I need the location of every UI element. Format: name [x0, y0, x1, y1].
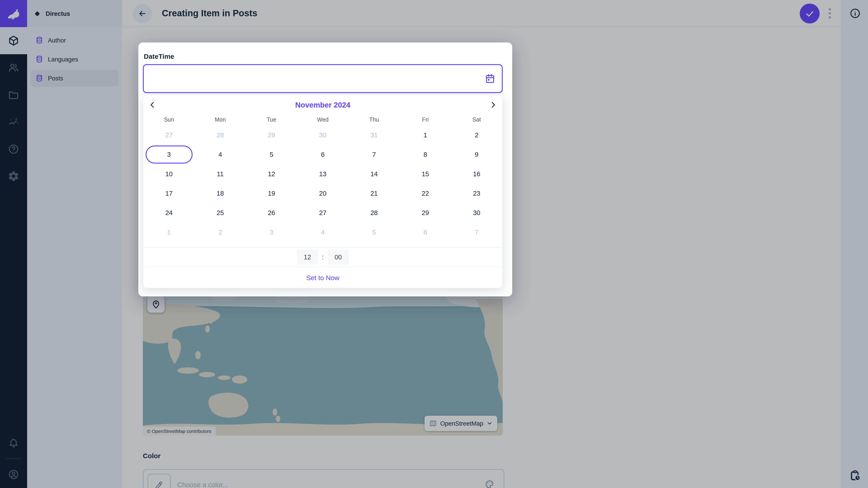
calendar-day[interactable]: 7: [451, 222, 502, 242]
calendar-dropdown: November 2024 SunMonTueWedThuFriSat 2728…: [143, 95, 503, 288]
calendar-day[interactable]: 18: [195, 184, 246, 203]
chevron-right-icon: [489, 101, 497, 109]
calendar-glyph: [485, 73, 495, 84]
calendar-day[interactable]: 13: [297, 164, 348, 184]
chevron-left-icon: [148, 101, 156, 109]
hour-input[interactable]: 12: [297, 250, 318, 265]
weekday-label: Sat: [451, 114, 502, 125]
weekday-label: Fri: [400, 114, 451, 125]
calendar-day[interactable]: 20: [297, 184, 348, 203]
next-month-button[interactable]: [484, 95, 502, 114]
calendar-day[interactable]: 28: [195, 125, 246, 144]
calendar-days-grid: 2728293031123456789101112131415161718192…: [143, 125, 502, 247]
prev-month-button[interactable]: [143, 95, 161, 114]
calendar-icon[interactable]: [485, 73, 495, 84]
set-to-now-button[interactable]: Set to Now: [143, 267, 502, 288]
calendar-day[interactable]: 23: [451, 184, 502, 203]
calendar-day[interactable]: 26: [246, 203, 297, 222]
weekday-label: Mon: [195, 114, 246, 125]
calendar-day[interactable]: 19: [246, 184, 297, 203]
calendar-day[interactable]: 27: [297, 203, 348, 222]
calendar-day[interactable]: 1: [400, 125, 451, 144]
datetime-field-label: DateTime: [144, 53, 174, 60]
calendar-day[interactable]: 10: [143, 164, 195, 184]
calendar-day-today[interactable]: 3: [143, 144, 195, 164]
calendar-day[interactable]: 11: [195, 164, 246, 184]
calendar-day[interactable]: 30: [297, 125, 348, 144]
minute-input[interactable]: 00: [328, 250, 348, 265]
datetime-input[interactable]: [144, 65, 502, 92]
calendar-day[interactable]: 5: [246, 144, 297, 164]
calendar-day[interactable]: 28: [348, 203, 400, 222]
calendar-day[interactable]: 8: [400, 144, 451, 164]
calendar-day[interactable]: 5: [348, 222, 400, 242]
calendar-day[interactable]: 29: [246, 125, 297, 144]
weekday-label: Wed: [297, 114, 348, 125]
calendar-day[interactable]: 21: [348, 184, 400, 203]
calendar-day[interactable]: 17: [143, 184, 195, 203]
weekday-label: Sun: [143, 114, 195, 125]
calendar-day[interactable]: 27: [143, 125, 195, 144]
calendar-day[interactable]: 12: [246, 164, 297, 184]
calendar-day[interactable]: 9: [451, 144, 502, 164]
calendar-day[interactable]: 22: [400, 184, 451, 203]
calendar-weekday-row: SunMonTueWedThuFriSat: [143, 114, 502, 125]
calendar-day[interactable]: 14: [348, 164, 400, 184]
weekday-label: Thu: [348, 114, 400, 125]
calendar-day[interactable]: 6: [400, 222, 451, 242]
calendar-day[interactable]: 29: [400, 203, 451, 222]
calendar-day[interactable]: 6: [297, 144, 348, 164]
calendar-day[interactable]: 24: [143, 203, 195, 222]
calendar-day[interactable]: 30: [451, 203, 502, 222]
calendar-day[interactable]: 16: [451, 164, 502, 184]
calendar-day[interactable]: 31: [348, 125, 400, 144]
calendar-time-row: 12 : 00: [143, 247, 502, 267]
time-separator: :: [322, 254, 324, 261]
calendar-day[interactable]: 3: [246, 222, 297, 242]
calendar-day[interactable]: 2: [195, 222, 246, 242]
calendar-month-row: November 2024: [143, 95, 502, 114]
calendar-month-title[interactable]: November 2024: [161, 101, 484, 109]
calendar-day[interactable]: 4: [195, 144, 246, 164]
datetime-popover: DateTime November 2024 SunMonTueWedTh: [138, 42, 512, 296]
calendar-day[interactable]: 25: [195, 203, 246, 222]
app-window: Directus AuthorLanguagesPosts Creating I…: [0, 0, 868, 488]
calendar-day[interactable]: 1: [143, 222, 195, 242]
calendar-day[interactable]: 2: [451, 125, 502, 144]
weekday-label: Tue: [246, 114, 297, 125]
calendar-day[interactable]: 15: [400, 164, 451, 184]
datetime-input-wrapper: [143, 64, 503, 93]
calendar-day[interactable]: 7: [348, 144, 400, 164]
calendar-day[interactable]: 4: [297, 222, 348, 242]
